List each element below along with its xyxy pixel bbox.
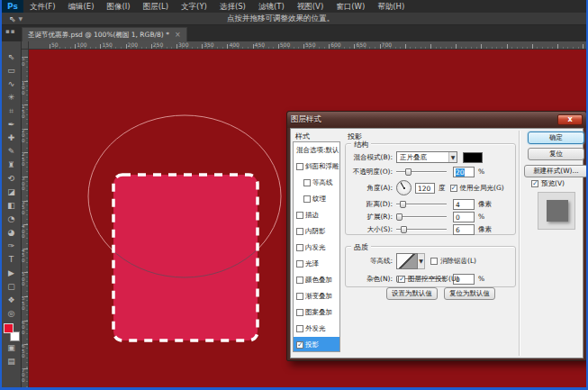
foreground-color-swatch[interactable] [4,323,14,333]
menu-item[interactable]: 编辑(E) [62,0,101,13]
use-global-light-checkbox[interactable] [450,185,457,192]
opacity-slider[interactable] [396,167,447,177]
eraser-tool[interactable]: ◪ [3,186,21,199]
screen-mode-button[interactable]: ▤ [3,355,21,368]
menu-item[interactable]: 滤镜(T) [252,0,291,13]
opacity-slider-thumb[interactable] [405,168,412,176]
size-slider-thumb[interactable] [401,226,407,233]
blend-mode-select[interactable]: 正片叠底 ▼ [396,151,457,163]
angle-field[interactable]: 120 [415,183,435,194]
dialog-close-button[interactable]: x [557,114,583,125]
healing-brush-tool[interactable]: ✚ [3,132,21,145]
style-item-checkbox[interactable] [296,212,303,219]
shadow-color-swatch[interactable] [463,152,483,163]
coupon-shape[interactable] [113,175,258,340]
hand-tool[interactable]: ❖ [3,294,21,307]
layer-knockout-checkbox[interactable] [398,276,405,283]
document-tab-label: 圣诞节优惠券.psd @ 100%(椭圆 1, RGB/8) * [28,31,169,40]
path-selection-tool[interactable]: ▶ [3,267,21,280]
gradient-tool[interactable]: ◧ [3,199,21,213]
panel-collapse-icon[interactable]: ▪▪ [5,28,16,35]
menu-item[interactable]: 视图(V) [291,0,330,13]
vertical-ruler[interactable]: 5 01 0 01 5 02 0 02 5 03 0 03 5 04 0 04 … [22,50,29,387]
dialog-titlebar[interactable]: 图层样式 x [287,112,586,128]
style-item-checkbox[interactable] [296,293,303,300]
eyedropper-tool[interactable]: ✒ [3,118,21,132]
style-list-item[interactable]: 外发光 [294,321,339,337]
style-list-item[interactable]: 颜色叠加 [294,272,339,288]
style-item-checkbox[interactable] [296,277,303,284]
style-list-item[interactable]: 描边 [294,207,339,223]
style-item-checkbox[interactable] [296,244,303,251]
clone-stamp-tool[interactable]: ♜ [3,159,21,172]
menu-item[interactable]: 文件(F) [23,0,62,13]
menu-item[interactable]: 窗口(W) [330,0,371,13]
style-list-item[interactable]: 投影 [294,337,339,352]
size-slider[interactable] [396,224,447,234]
style-item-checkbox[interactable] [296,341,303,349]
menu-item[interactable]: 图像(I) [101,0,137,13]
crop-tool[interactable]: ⌗ [3,104,21,118]
shape-tool[interactable]: ▢ [3,280,21,294]
quality-group-label: 品质 [351,242,371,252]
menu-item[interactable]: 文字(Y) [175,0,213,13]
tab-bar: ▪▪ 圣诞节优惠券.psd @ 100%(椭圆 1, RGB/8) * × [2,25,586,41]
lasso-tool[interactable]: ∿ [3,77,21,91]
style-list-item[interactable]: 内阴影 [294,223,339,240]
ok-button[interactable]: 确定 [528,132,584,144]
opacity-field[interactable]: 20 [453,167,475,177]
distance-field[interactable]: 4 [453,199,475,210]
style-item-checkbox[interactable] [303,195,311,203]
menu-item[interactable]: 图层(L) [137,0,175,13]
distance-slider[interactable] [396,199,447,209]
distance-slider-thumb[interactable] [400,201,406,208]
style-item-checkbox[interactable] [296,260,303,268]
color-swatches[interactable] [4,323,20,341]
ruler-label: 700 [382,41,392,48]
style-list-item[interactable]: 纹理 [294,191,339,207]
quick-selection-tool[interactable]: ✳ [3,91,21,104]
style-list-item[interactable]: 内发光 [294,240,339,256]
style-item-checkbox[interactable] [296,163,303,170]
style-item-checkbox[interactable] [296,228,303,235]
size-field[interactable]: 6 [453,224,475,235]
style-list-item[interactable]: 斜面和浮雕 [294,159,339,175]
style-item-checkbox[interactable] [296,325,303,332]
style-list-item[interactable]: 渐变叠加 [294,288,339,304]
spread-field[interactable]: 0 [453,212,475,222]
contour-picker[interactable] [396,253,418,269]
style-list-item[interactable]: 图案叠加 [294,304,339,321]
pen-tool[interactable]: ✑ [3,240,21,253]
document-tab[interactable]: 圣诞节优惠券.psd @ 100%(椭圆 1, RGB/8) * × [22,27,187,41]
history-brush-tool[interactable]: ⟲ [3,172,21,186]
dodge-tool[interactable]: ◕ [3,226,21,240]
tab-close-icon[interactable]: × [175,31,181,39]
menu-item[interactable]: 选择(S) [213,0,252,13]
spread-slider-thumb[interactable] [396,213,403,221]
anti-alias-checkbox[interactable] [430,258,438,265]
preview-checkbox[interactable] [531,180,538,187]
reset-button[interactable]: 复位 [528,148,584,160]
angle-dial[interactable] [396,180,412,195]
style-item-checkbox[interactable] [296,309,303,316]
move-tool[interactable]: ⇖ [3,50,21,64]
move-tool-icon[interactable]: ⇖ [9,14,16,23]
new-style-button[interactable]: 新建样式(W)... [524,165,588,177]
quick-mask-button[interactable]: ▣ [3,341,21,355]
spread-slider[interactable] [396,212,447,222]
style-list-item[interactable]: 混合选项:默认 [294,142,339,159]
type-tool[interactable]: T [3,253,21,267]
style-list-item[interactable]: 光泽 [294,256,339,272]
menu-item[interactable]: 帮助(H) [371,0,411,13]
blur-tool[interactable]: ◔ [3,213,21,226]
style-list-item[interactable]: 等高线 [294,175,339,191]
set-default-button[interactable]: 设置为默认值 [386,287,438,300]
zoom-tool[interactable]: ◎ [3,307,21,321]
horizontal-ruler[interactable]: 5010015020025030035040045050055060065070… [22,41,586,50]
reset-default-button[interactable]: 复位为默认值 [444,287,495,300]
marquee-tool[interactable]: ▭ [3,64,21,77]
photoshop-logo[interactable]: Ps [2,0,23,13]
chevron-down-icon[interactable]: ▼ [418,253,425,269]
style-item-checkbox[interactable] [303,179,311,186]
brush-tool[interactable]: ✎ [3,145,21,159]
